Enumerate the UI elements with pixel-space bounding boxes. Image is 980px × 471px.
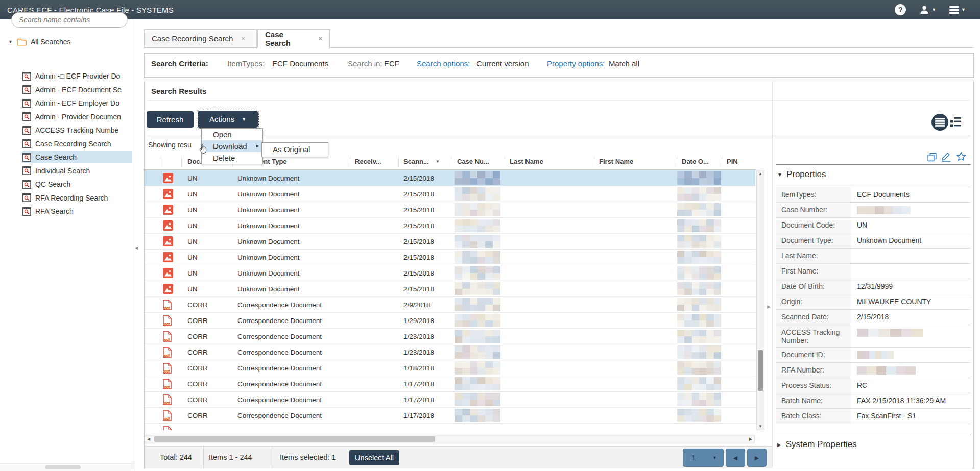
list-view-toggle[interactable] bbox=[931, 113, 949, 133]
sidebar-item-rfa-recording-search[interactable]: RFA Recording Search bbox=[22, 192, 132, 204]
table-row[interactable]: pdfCORRCorrespondence Document1/17/2018 bbox=[145, 376, 755, 392]
tab-case-recording-search[interactable]: Case Recording Search × bbox=[144, 29, 257, 47]
refresh-button[interactable]: Refresh bbox=[147, 111, 194, 128]
sidebar-item-qc-search[interactable]: QC Search bbox=[22, 178, 132, 190]
next-page-button[interactable]: ▶ bbox=[747, 449, 767, 467]
menu-item-delete[interactable]: Delete bbox=[202, 152, 262, 164]
table-row[interactable]: UNUnknown Document2/15/2018 bbox=[145, 250, 755, 265]
user-menu-button[interactable]: ▼ bbox=[919, 5, 936, 15]
cell-document-type: Unknown Document bbox=[237, 202, 300, 218]
image-document-icon bbox=[163, 205, 173, 215]
caret-down-icon: ▼ bbox=[712, 455, 717, 460]
column-divider bbox=[160, 157, 160, 167]
table-row[interactable]: UNUnknown Document2/15/2018 bbox=[145, 202, 755, 218]
pdf-document-icon: pdf bbox=[163, 426, 172, 430]
column-header-pin[interactable]: PIN bbox=[727, 154, 738, 169]
column-header-case-nu[interactable]: Case Nu... bbox=[457, 154, 489, 169]
properties-section-header[interactable]: ▼ Properties bbox=[777, 169, 826, 180]
search-input[interactable] bbox=[11, 12, 128, 28]
sidebar-item-rfa-search[interactable]: RFA Search bbox=[22, 205, 132, 217]
property-row: Document ID: bbox=[776, 347, 971, 362]
scroll-down-icon[interactable]: ▼ bbox=[757, 424, 764, 429]
table-row[interactable]: pdfCORRCorrespondence Document1/17/2018 bbox=[145, 392, 755, 408]
main-menu-button[interactable]: ▼ bbox=[949, 5, 966, 15]
unselect-all-button[interactable]: Unselect All bbox=[349, 450, 399, 465]
copy-icon[interactable] bbox=[927, 153, 937, 162]
scroll-right-icon[interactable]: ▶ bbox=[749, 435, 752, 443]
scroll-left-icon[interactable]: ◀ bbox=[147, 435, 150, 443]
redacted-value bbox=[455, 282, 500, 295]
system-properties-section-header[interactable]: ▶ System Properties bbox=[777, 439, 857, 450]
cell-document-type: Unknown Document bbox=[237, 265, 300, 281]
redacted-value bbox=[677, 345, 721, 359]
table-row[interactable]: UNUnknown Document2/15/2018 bbox=[145, 265, 755, 281]
scrollbar-thumb[interactable] bbox=[154, 436, 435, 442]
svg-text:pdf: pdf bbox=[164, 385, 170, 389]
redacted-value bbox=[677, 282, 721, 295]
menu-item-download[interactable]: Download► bbox=[202, 140, 262, 152]
vertical-scrollbar[interactable]: ▲ ▼ bbox=[756, 170, 764, 430]
table-row[interactable]: UNUnknown Document2/15/2018 bbox=[145, 186, 755, 202]
sidebar-item-label: RFA Recording Search bbox=[35, 194, 108, 202]
cell-scanned-date: 2/15/2018 bbox=[403, 186, 434, 202]
table-row[interactable]: pdfCORRCorrespondence Document2/9/2018 bbox=[145, 297, 755, 313]
image-document-icon bbox=[163, 189, 173, 199]
redacted-value bbox=[455, 219, 500, 232]
previous-page-button[interactable]: ◀ bbox=[726, 449, 745, 467]
table-row[interactable]: pdfCORRCorrespondence Document1/29/2018 bbox=[145, 313, 755, 329]
property-label: RFA Number: bbox=[776, 363, 851, 378]
property-options-link[interactable]: Property options: bbox=[547, 59, 605, 68]
close-icon[interactable]: × bbox=[241, 35, 245, 42]
pdf-document-icon: pdf bbox=[163, 300, 172, 310]
sidebar-item-admin-provider-documen[interactable]: Admin - Provider Documen bbox=[22, 111, 132, 123]
sidebar-item-individual-search[interactable]: Individual Search bbox=[22, 165, 132, 177]
column-header-last-name[interactable]: Last Name bbox=[510, 154, 543, 169]
sidebar-item-case-recording-search[interactable]: Case Recording Search bbox=[22, 138, 132, 150]
table-row[interactable]: UNUnknown Document2/15/2018 bbox=[145, 218, 755, 234]
table-row[interactable]: pdfCORRCorrespondence Document1/18/2018 bbox=[145, 360, 755, 376]
pdf-document-icon: pdf bbox=[163, 331, 172, 342]
cell-document-code: UN bbox=[187, 281, 198, 297]
sidebar-item-case-search[interactable]: Case Search bbox=[22, 151, 132, 163]
scroll-up-icon[interactable]: ▲ bbox=[757, 171, 764, 176]
horizontal-scrollbar[interactable]: ◀ ▶ bbox=[145, 435, 755, 443]
close-icon[interactable]: × bbox=[318, 35, 322, 42]
sidebar-item-admin-ecf-document-se[interactable]: Admin - ECF Document Se bbox=[22, 84, 132, 96]
column-header-first-name[interactable]: First Name bbox=[599, 154, 633, 169]
sort-desc-icon[interactable]: ▼ bbox=[436, 154, 440, 169]
sidebar-collapse-icon[interactable]: ◄ bbox=[134, 245, 139, 251]
search-options-link[interactable]: Search options: bbox=[417, 59, 470, 68]
table-row[interactable]: UNUnknown Document2/15/2018 bbox=[145, 234, 755, 250]
column-header-date-o[interactable]: Date O... bbox=[682, 154, 709, 169]
sidebar-item-access-tracking-numbe[interactable]: ACCESS Tracking Numbe bbox=[22, 124, 132, 136]
tree-view-toggle[interactable] bbox=[950, 117, 962, 130]
table-row[interactable]: UNUnknown Document2/15/2018 bbox=[145, 281, 755, 297]
cell-scanned-date: 1/17/2018 bbox=[403, 376, 434, 392]
menu-item-open[interactable]: Open bbox=[202, 129, 262, 140]
table-row[interactable]: pdfCORRCorrespondence Document1/17/2018 bbox=[145, 408, 755, 424]
scrollbar-thumb[interactable] bbox=[758, 350, 763, 391]
table-row[interactable]: pdfCORRCorrespondence Document1/23/2018 bbox=[145, 329, 755, 344]
sidebar-item-admin-ecf-employer-do[interactable]: Admin - ECF Employer Do bbox=[22, 97, 132, 109]
saved-search-icon bbox=[22, 72, 31, 81]
page-select-dropdown[interactable]: 1 ▼ bbox=[683, 449, 724, 467]
table-row[interactable]: pdf bbox=[145, 424, 755, 430]
property-value: 12/31/9999 bbox=[857, 279, 893, 294]
property-row: ACCESS Tracking Number: bbox=[776, 325, 971, 347]
help-icon[interactable]: ? bbox=[895, 4, 906, 15]
column-header-scann[interactable]: Scann... bbox=[403, 154, 429, 169]
actions-button[interactable]: Actions ▼ bbox=[198, 111, 258, 128]
cell-scanned-date: 1/23/2018 bbox=[403, 329, 434, 344]
sidebar-item-admin-ecf-provider-do[interactable]: Admin -□ ECF Provider Do bbox=[22, 70, 132, 82]
table-row[interactable]: pdfCORRCorrespondence Document1/23/2018 bbox=[145, 344, 755, 360]
sidebar-item-all-searches[interactable]: ▼ All Searches bbox=[8, 38, 71, 46]
column-header-receiv[interactable]: Receiv... bbox=[355, 154, 381, 169]
edit-pencil-icon[interactable] bbox=[941, 151, 951, 162]
properties-collapse-icon[interactable]: ▶ bbox=[767, 304, 771, 309]
menu-item-as-original[interactable]: As Original bbox=[262, 143, 328, 156]
scrollbar-thumb[interactable] bbox=[45, 465, 81, 469]
sidebar-horizontal-scrollbar[interactable] bbox=[0, 463, 133, 471]
favorite-star-icon[interactable] bbox=[956, 152, 966, 162]
table-row[interactable]: UNUnknown Document2/15/2018 bbox=[145, 170, 755, 186]
tab-case-search[interactable]: Case Search × bbox=[257, 29, 330, 48]
